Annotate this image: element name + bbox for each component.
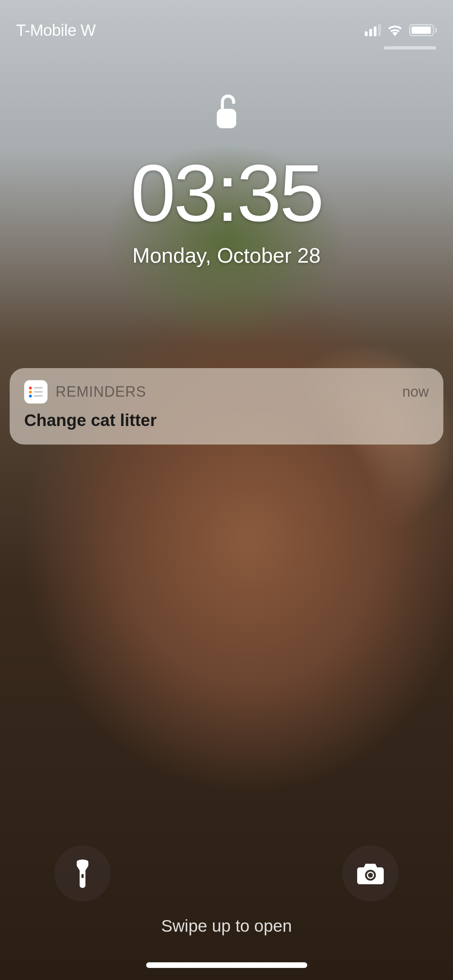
notification-card[interactable]: REMINDERS now Change cat litter bbox=[10, 368, 443, 445]
swipe-hint-label: Swipe up to open bbox=[0, 916, 453, 936]
clock-time: 03:35 bbox=[131, 153, 323, 233]
notification-app-name: REMINDERS bbox=[56, 383, 146, 400]
clock-date: Monday, October 28 bbox=[132, 243, 321, 268]
svg-rect-2 bbox=[81, 874, 84, 878]
flashlight-button[interactable] bbox=[54, 845, 111, 902]
svg-point-5 bbox=[368, 873, 373, 878]
carrier-label: T-Mobile W bbox=[16, 21, 95, 39]
status-bar: T-Mobile W bbox=[0, 0, 453, 52]
lock-screen-content[interactable]: 03:35 Monday, October 28 bbox=[0, 93, 453, 268]
camera-icon bbox=[357, 863, 384, 884]
charge-indicator bbox=[384, 46, 436, 49]
status-icons bbox=[365, 24, 437, 36]
battery-icon bbox=[409, 24, 437, 36]
cellular-signal-icon bbox=[365, 24, 381, 36]
notification-timestamp: now bbox=[402, 383, 429, 400]
flashlight-icon bbox=[74, 859, 91, 888]
camera-button[interactable] bbox=[342, 845, 399, 902]
unlocked-icon bbox=[213, 93, 240, 131]
bottom-controls: Swipe up to open bbox=[0, 827, 453, 980]
home-indicator[interactable] bbox=[146, 962, 307, 968]
reminders-app-icon bbox=[24, 380, 48, 404]
notification-title: Change cat litter bbox=[24, 411, 429, 430]
notification-header: REMINDERS now bbox=[24, 380, 429, 404]
wifi-icon bbox=[387, 24, 403, 36]
svg-rect-0 bbox=[217, 109, 236, 128]
